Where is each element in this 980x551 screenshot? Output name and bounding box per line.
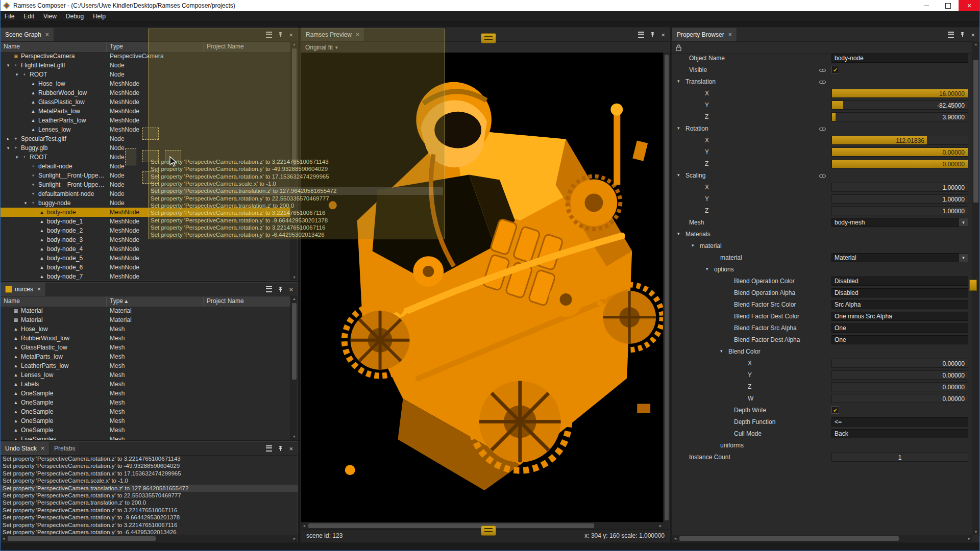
tab-close-icon[interactable]: × bbox=[728, 31, 732, 38]
column-type[interactable]: Type ▴ bbox=[107, 296, 204, 307]
blend-color-x-slider[interactable]: 0.00000 bbox=[831, 359, 968, 368]
list-item[interactable]: ▲Lenses_lowMesh bbox=[1, 370, 291, 380]
depth-write-checkbox[interactable]: ✔ bbox=[831, 406, 839, 414]
list-item[interactable]: ▲OneSampleMesh bbox=[1, 407, 291, 416]
expander-icon[interactable]: ▾ bbox=[5, 63, 12, 68]
blend-src-color-select[interactable]: Src Alpha bbox=[831, 300, 968, 309]
list-item[interactable]: ▲OneSampleMesh bbox=[1, 416, 291, 425]
column-project[interactable]: Project Name bbox=[204, 296, 298, 307]
scroll-up-icon[interactable]: ▲ bbox=[291, 296, 298, 302]
undo-entry[interactable]: Set property 'PerspectiveCamera.translat… bbox=[1, 499, 298, 506]
tab-undo-stack[interactable]: Undo Stack× bbox=[1, 442, 50, 455]
close-button[interactable]: × bbox=[959, 0, 980, 11]
translation-y-slider[interactable]: -82.45000 bbox=[831, 101, 968, 110]
collapse-icon[interactable]: ▾ bbox=[677, 231, 680, 236]
blend-color-w-slider[interactable]: 0.00000 bbox=[831, 394, 968, 403]
tab-prefabs[interactable]: Prefabs bbox=[50, 442, 80, 455]
pin-icon[interactable] bbox=[960, 32, 965, 38]
blend-op-color-select[interactable]: Disabled bbox=[831, 277, 968, 286]
tab-scene-graph[interactable]: Scene Graph× bbox=[1, 28, 54, 41]
tree-row[interactable]: ▲body-node_4MeshNode bbox=[1, 244, 291, 254]
tree-row[interactable]: ▲body-node_6MeshNode bbox=[1, 263, 291, 272]
collapse-icon[interactable]: ▾ bbox=[677, 126, 680, 131]
scroll-right-icon[interactable]: ► bbox=[966, 535, 972, 542]
undo-entry[interactable]: Set property 'PerspectiveCamera.rotation… bbox=[1, 470, 298, 477]
list-item[interactable]: ▲MetalParts_lowMesh bbox=[1, 352, 291, 361]
link-icon[interactable] bbox=[819, 80, 826, 84]
splitter-handle-bottom[interactable] bbox=[481, 525, 496, 536]
visible-checkbox[interactable]: ✔ bbox=[831, 66, 839, 73]
menu-help[interactable]: Help bbox=[88, 13, 110, 20]
tab-close-icon[interactable]: × bbox=[37, 286, 41, 293]
column-name[interactable]: Name bbox=[1, 296, 107, 307]
cull-mode-select[interactable]: Back bbox=[831, 429, 968, 438]
collapse-icon[interactable]: ▾ bbox=[692, 243, 694, 248]
scrollbar-thumb[interactable] bbox=[8, 536, 156, 541]
expander-icon[interactable]: ▾ bbox=[22, 201, 29, 206]
scrollbar-thumb[interactable] bbox=[973, 60, 978, 203]
panel-menu-icon[interactable] bbox=[266, 286, 272, 292]
scroll-down-icon[interactable]: ▼ bbox=[291, 274, 298, 281]
link-icon[interactable] bbox=[819, 127, 826, 131]
preview-vscrollbar[interactable] bbox=[663, 53, 670, 522]
menu-debug[interactable]: Debug bbox=[61, 13, 88, 20]
tab-resources[interactable]: ources× bbox=[1, 283, 46, 296]
rotation-y-slider[interactable]: 0.00000 bbox=[831, 147, 968, 157]
translation-x-slider[interactable]: 16.00000 bbox=[831, 89, 968, 98]
list-item[interactable]: ▲LabelsMesh bbox=[1, 380, 291, 389]
link-icon[interactable] bbox=[819, 174, 826, 178]
property-hscrollbar[interactable]: ◄ ► bbox=[672, 535, 972, 542]
scrollbar-thumb[interactable] bbox=[308, 523, 594, 528]
tab-close-icon[interactable]: × bbox=[45, 31, 49, 38]
scroll-left-icon[interactable]: ◄ bbox=[1, 535, 7, 542]
link-icon[interactable] bbox=[819, 68, 826, 72]
blend-color-z-slider[interactable]: 0.00000 bbox=[831, 382, 968, 391]
lock-icon[interactable] bbox=[676, 44, 681, 51]
mesh-dropdown[interactable]: body-mesh▾ bbox=[831, 218, 968, 227]
list-item[interactable]: ▲OneSampleMesh bbox=[1, 398, 291, 407]
scaling-z-slider[interactable]: 1.00000 bbox=[831, 206, 968, 215]
undo-entry[interactable]: Set property 'PerspectiveCamera.scale.x'… bbox=[1, 477, 298, 484]
tree-row[interactable]: ▲body-node_5MeshNode bbox=[1, 254, 291, 263]
column-name[interactable]: Name bbox=[1, 42, 107, 52]
chevron-down-icon[interactable]: ▾ bbox=[959, 254, 968, 262]
list-item[interactable]: ▲OneSampleMesh bbox=[1, 389, 291, 398]
list-item[interactable]: ▲LeatherParts_lowMesh bbox=[1, 361, 291, 370]
collapse-icon[interactable]: ▾ bbox=[677, 79, 680, 84]
scaling-y-slider[interactable]: 1.00000 bbox=[831, 194, 968, 204]
menu-view[interactable]: View bbox=[39, 13, 61, 20]
blend-op-alpha-select[interactable]: Disabled bbox=[831, 288, 968, 297]
panel-close-icon[interactable]: × bbox=[289, 286, 293, 293]
depth-function-select[interactable]: <= bbox=[831, 417, 968, 427]
tab-property-browser[interactable]: Property Browser× bbox=[672, 28, 737, 41]
collapse-icon[interactable]: ▾ bbox=[706, 266, 708, 271]
panel-close-icon[interactable]: × bbox=[289, 445, 293, 453]
undo-entry-current[interactable]: Set property 'PerspectiveCamera.translat… bbox=[1, 485, 298, 492]
collapse-icon[interactable]: ▾ bbox=[720, 348, 723, 354]
rotation-z-slider[interactable]: 0.00000 bbox=[831, 159, 968, 168]
undo-entry[interactable]: Set property 'PerspectiveCamera.rotation… bbox=[1, 514, 298, 521]
panel-menu-icon[interactable] bbox=[638, 32, 644, 38]
object-name-field[interactable]: body-node bbox=[831, 54, 968, 63]
scroll-right-icon[interactable]: ► bbox=[291, 535, 298, 542]
translation-z-slider[interactable]: 3.90000 bbox=[831, 112, 968, 121]
undo-entry[interactable]: Set property 'PerspectiveCamera.rotation… bbox=[1, 521, 298, 529]
scroll-right-icon[interactable]: ► bbox=[657, 522, 664, 529]
panel-close-icon[interactable]: × bbox=[661, 31, 665, 39]
resources-vscrollbar[interactable]: ▲ ▼ bbox=[290, 296, 298, 440]
undo-hscrollbar[interactable]: ◄ ► bbox=[1, 535, 298, 542]
expander-icon[interactable]: ▾ bbox=[13, 155, 20, 160]
scroll-down-icon[interactable]: ▼ bbox=[291, 434, 298, 440]
rotation-x-slider[interactable]: 112.01836 bbox=[831, 136, 968, 145]
blend-src-alpha-select[interactable]: One bbox=[831, 323, 968, 333]
list-item[interactable]: ▲OneSampleMesh bbox=[1, 425, 291, 435]
panel-menu-icon[interactable] bbox=[948, 32, 954, 38]
material-ref-button[interactable] bbox=[969, 280, 977, 291]
blend-dest-alpha-select[interactable]: One bbox=[831, 335, 968, 344]
list-item[interactable]: ▲Hose_lowMesh bbox=[1, 324, 291, 334]
splitter-handle-top[interactable] bbox=[481, 33, 496, 43]
pin-icon[interactable] bbox=[278, 286, 283, 292]
list-item[interactable]: ▲FiveSamplesMesh bbox=[1, 435, 291, 440]
blend-dest-color-select[interactable]: One minus Src Alpha bbox=[831, 312, 968, 321]
tab-close-icon[interactable]: × bbox=[41, 445, 44, 452]
